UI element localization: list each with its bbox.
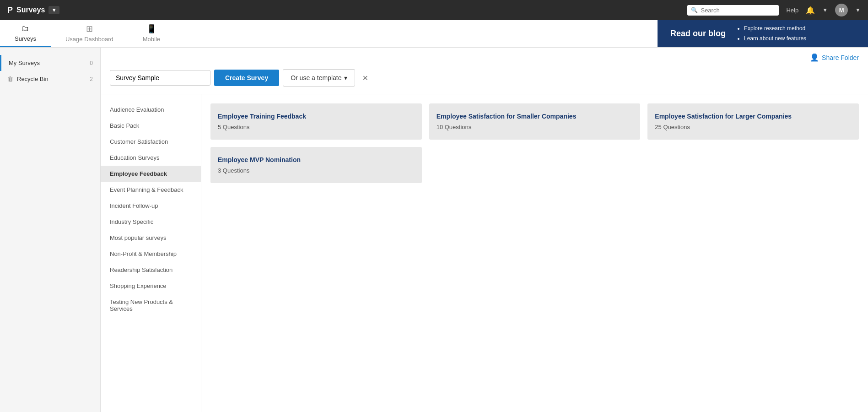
share-folder-button[interactable]: 👤 Share Folder <box>810 53 859 62</box>
content-top-bar: 👤 Share Folder <box>101 48 868 62</box>
top-nav-right: 🔍 Help 🔔 ▼ M ▼ <box>687 4 861 16</box>
category-basic-pack[interactable]: Basic Pack <box>101 118 201 134</box>
template-card-mvp-title: Employee MVP Nomination <box>218 156 415 163</box>
content-area: 👤 Share Folder Create Survey Or use a te… <box>101 48 868 412</box>
template-card-mvp-count: 3 Questions <box>218 167 415 174</box>
bell-dropdown-arrow[interactable]: ▼ <box>822 7 828 13</box>
template-card-satisfaction-small-count: 10 Questions <box>437 124 633 130</box>
recycle-bin-count: 2 <box>90 76 93 82</box>
top-navigation: P Surveys ▼ 🔍 Help 🔔 ▼ M ▼ <box>0 0 868 20</box>
template-card-employee-training-count: 5 Questions <box>218 124 415 130</box>
tab-usage-dashboard[interactable]: ⊞ Usage Dashboard <box>51 20 128 47</box>
brand-dropdown[interactable]: ▼ <box>49 6 59 14</box>
search-icon: 🔍 <box>691 7 698 13</box>
category-shopping[interactable]: Shopping Experience <box>101 278 201 294</box>
recycle-bin-icon: 🗑 <box>7 76 13 82</box>
blog-banner-bullets: Explore research method Learn about new … <box>737 24 806 43</box>
content-toolbar: Create Survey Or use a template ▾ × <box>101 62 868 94</box>
usage-dashboard-tab-icon: ⊞ <box>86 24 93 34</box>
category-readership[interactable]: Readership Satisfaction <box>101 262 201 278</box>
category-event-planning[interactable]: Event Planning & Feedback <box>101 182 201 198</box>
avatar[interactable]: M <box>835 4 848 16</box>
create-survey-button[interactable]: Create Survey <box>214 70 279 86</box>
blog-banner-title: Read our blog <box>670 29 726 38</box>
sidebar-section-my-surveys: My Surveys 0 🗑 Recycle Bin 2 <box>0 55 100 87</box>
template-card-employee-mvp[interactable]: Employee MVP Nomination 3 Questions <box>210 147 422 183</box>
surveys-tab-icon: 🗂 <box>21 24 29 33</box>
category-industry-specific[interactable]: Industry Specific <box>101 214 201 230</box>
template-card-employee-satisfaction-small[interactable]: Employee Satisfaction for Smaller Compan… <box>429 103 641 140</box>
share-folder-label: Share Folder <box>822 54 859 61</box>
template-results: Employee Training Feedback 5 Questions E… <box>201 94 868 412</box>
tab-surveys[interactable]: 🗂 Surveys <box>0 20 51 47</box>
my-surveys-label: My Surveys <box>9 60 40 66</box>
help-link[interactable]: Help <box>786 7 798 14</box>
tab-surveys-label: Surveys <box>15 35 36 42</box>
category-most-popular[interactable]: Most popular surveys <box>101 230 201 246</box>
avatar-dropdown-arrow[interactable]: ▼ <box>855 7 861 13</box>
share-folder-icon: 👤 <box>810 53 819 62</box>
template-card-satisfaction-small-title: Employee Satisfaction for Smaller Compan… <box>437 113 633 120</box>
use-template-label: Or use a template <box>291 74 341 81</box>
category-education-surveys[interactable]: Education Surveys <box>101 150 201 166</box>
app-brand: Surveys <box>16 6 45 14</box>
tab-usage-dashboard-label: Usage Dashboard <box>65 36 113 43</box>
use-template-button[interactable]: Or use a template ▾ <box>283 69 355 87</box>
template-card-satisfaction-large-count: 25 Questions <box>655 124 852 130</box>
tab-mobile[interactable]: 📱 Mobile <box>128 20 175 47</box>
main-layout: My Surveys 0 🗑 Recycle Bin 2 <box>0 48 868 412</box>
sidebar-item-my-surveys-left: My Surveys <box>9 60 40 66</box>
category-audience-evaluation[interactable]: Audience Evaluation <box>101 102 201 118</box>
app-logo: P <box>7 5 13 15</box>
use-template-dropdown-icon: ▾ <box>344 74 347 81</box>
mobile-tab-icon: 📱 <box>146 24 156 34</box>
blog-bullet-2: Learn about new features <box>744 34 806 44</box>
category-testing-new[interactable]: Testing New Products & Services <box>101 294 201 317</box>
blog-banner[interactable]: Read our blog Explore research method Le… <box>658 20 868 47</box>
survey-name-input[interactable] <box>110 70 210 86</box>
category-customer-satisfaction[interactable]: Customer Satisfaction <box>101 134 201 150</box>
template-card-employee-training[interactable]: Employee Training Feedback 5 Questions <box>210 103 422 140</box>
tab-mobile-label: Mobile <box>143 36 160 43</box>
tab-bar: 🗂 Surveys ⊞ Usage Dashboard 📱 Mobile Rea… <box>0 20 868 48</box>
sidebar-item-my-surveys[interactable]: My Surveys 0 <box>1 55 100 71</box>
my-surveys-count: 0 <box>90 60 93 66</box>
category-non-profit[interactable]: Non-Profit & Membership <box>101 246 201 262</box>
template-categories: Audience Evaluation Basic Pack Customer … <box>101 94 201 412</box>
template-card-employee-training-title: Employee Training Feedback <box>218 113 415 120</box>
template-card-satisfaction-large-title: Employee Satisfaction for Larger Compani… <box>655 113 852 120</box>
close-button[interactable]: × <box>359 71 372 85</box>
search-input[interactable] <box>701 7 775 14</box>
category-employee-feedback[interactable]: Employee Feedback <box>101 166 201 182</box>
recycle-bin-label: Recycle Bin <box>17 76 49 82</box>
template-panel: Audience Evaluation Basic Pack Customer … <box>101 94 868 412</box>
category-incident-followup[interactable]: Incident Follow-up <box>101 198 201 214</box>
top-nav-left: P Surveys ▼ <box>7 5 59 15</box>
search-box[interactable]: 🔍 <box>687 5 779 16</box>
sidebar-item-recycle-bin[interactable]: 🗑 Recycle Bin 2 <box>0 71 100 87</box>
blog-bullet-1: Explore research method <box>744 24 806 34</box>
sidebar-item-recycle-bin-left: 🗑 Recycle Bin <box>7 76 49 82</box>
sidebar: My Surveys 0 🗑 Recycle Bin 2 <box>0 48 101 412</box>
notifications-bell-icon[interactable]: 🔔 <box>806 6 815 15</box>
template-card-employee-satisfaction-large[interactable]: Employee Satisfaction for Larger Compani… <box>647 103 859 140</box>
